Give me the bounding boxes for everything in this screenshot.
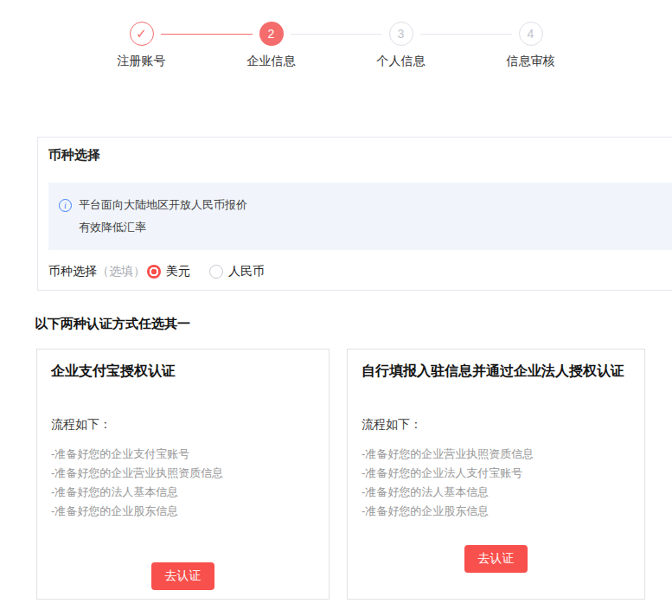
notice-line-1: 平台面向大陆地区开放人民币报价 xyxy=(79,198,247,211)
step-info-review: 4 信息审核 xyxy=(466,22,596,69)
currency-field-row: 币种选择（选填） 美元 人民币 xyxy=(48,264,664,279)
field-optional-hint: （选填） xyxy=(97,264,145,279)
step-label: 注册账号 xyxy=(77,54,207,69)
auth-card-self-report: 自行填报入驻信息并通过企业法人授权认证 流程如下： -准备好您的企业营业执照资质… xyxy=(347,349,645,600)
radio-label-usd[interactable]: 美元 xyxy=(166,264,190,279)
currency-card-title: 币种选择 xyxy=(48,146,664,164)
process-step: -准备好您的企业法人支付宝账号 xyxy=(362,464,630,483)
verify-button-self-report[interactable]: 去认证 xyxy=(464,545,528,573)
notice-line-2: 有效降低汇率 xyxy=(79,221,146,234)
step-personal-info: 3 个人信息 xyxy=(336,22,466,69)
step-number: 3 xyxy=(389,22,413,46)
process-step: -准备好您的企业股东信息 xyxy=(51,502,315,521)
auth-cards-row: 企业支付宝授权认证 流程如下： -准备好您的企业支付宝账号 -准备好您的企业营业… xyxy=(36,349,672,600)
step-number: 4 xyxy=(519,22,543,46)
step-register-account: ✓ 注册账号 xyxy=(77,22,207,69)
process-step: -准备好您的企业营业执照资质信息 xyxy=(51,464,315,483)
process-step: -准备好您的企业股东信息 xyxy=(362,502,630,521)
step-label: 个人信息 xyxy=(336,54,466,69)
button-row: 去认证 xyxy=(51,562,315,590)
process-step: -准备好您的企业营业执照资质信息 xyxy=(362,445,630,464)
info-icon: i xyxy=(59,199,72,212)
process-step: -准备好您的企业支付宝账号 xyxy=(51,445,315,464)
process-step: -准备好您的法人基本信息 xyxy=(51,483,315,502)
process-label: 流程如下： xyxy=(51,416,315,433)
radio-label-cny[interactable]: 人民币 xyxy=(228,264,265,279)
process-list: -准备好您的企业营业执照资质信息 -准备好您的企业法人支付宝账号 -准备好您的法… xyxy=(362,445,630,521)
button-row: 去认证 xyxy=(362,545,630,573)
radio-selected-icon[interactable] xyxy=(147,265,161,279)
verify-button-alipay[interactable]: 去认证 xyxy=(151,562,214,590)
radio-unselected-icon[interactable] xyxy=(209,265,223,279)
currency-field-label: 币种选择 xyxy=(48,264,97,279)
auth-card-alipay: 企业支付宝授权认证 流程如下： -准备好您的企业支付宝账号 -准备好您的企业营业… xyxy=(36,349,330,600)
check-icon: ✓ xyxy=(130,22,154,46)
step-label: 信息审核 xyxy=(466,54,596,69)
wizard-stepper: ✓ 注册账号 2 企业信息 3 个人信息 4 信息审核 xyxy=(0,0,672,69)
auth-methods-heading: 以下两种认证方式任选其一 xyxy=(35,315,672,331)
process-list: -准备好您的企业支付宝账号 -准备好您的企业营业执照资质信息 -准备好您的法人基… xyxy=(51,445,315,521)
auth-card-title: 自行填报入驻信息并通过企业法人授权认证 xyxy=(362,362,630,380)
step-enterprise-info: 2 企业信息 xyxy=(207,22,336,69)
auth-card-title: 企业支付宝授权认证 xyxy=(51,362,315,380)
process-step: -准备好您的法人基本信息 xyxy=(362,483,630,502)
radio-option-cny[interactable]: 人民币 xyxy=(209,264,265,279)
notice-text: 平台面向大陆地区开放人民币报价 有效降低汇率 xyxy=(79,194,247,239)
currency-selection-card: 币种选择 i 平台面向大陆地区开放人民币报价 有效降低汇率 币种选择（选填） 美… xyxy=(37,137,672,291)
radio-option-usd[interactable]: 美元 xyxy=(147,264,190,279)
info-notice: i 平台面向大陆地区开放人民币报价 有效降低汇率 xyxy=(48,183,672,250)
step-label: 企业信息 xyxy=(207,54,336,69)
step-number: 2 xyxy=(259,22,284,46)
process-label: 流程如下： xyxy=(362,416,630,433)
